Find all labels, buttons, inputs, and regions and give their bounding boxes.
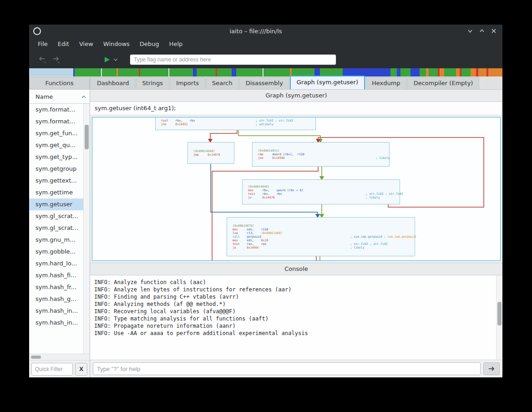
forward-button[interactable] [50, 54, 62, 65]
menu-help[interactable]: Help [164, 37, 188, 51]
seek-segment [420, 68, 426, 76]
tab-strings[interactable]: Strings [136, 77, 170, 89]
function-list-item[interactable]: sym.getgroup [29, 163, 84, 175]
minimize-button[interactable] [467, 28, 473, 34]
back-button[interactable] [36, 54, 48, 65]
graph-block-2[interactable]: [0x00014951]cmp dword [rbx], r12djne 0x1… [252, 142, 390, 167]
close-button[interactable] [491, 28, 497, 34]
graph-panel-header: Graph (sym.getuser) [90, 90, 502, 102]
block-address: [0x00014940] [193, 149, 215, 153]
seek-segment [410, 68, 420, 76]
console-line: INFO: Propagate noreturn information (aa… [94, 322, 493, 330]
tab-imports[interactable]: Imports [170, 77, 205, 89]
functions-hscrollbar-thumb[interactable] [31, 356, 41, 359]
seek-segment [471, 68, 476, 76]
function-list-item[interactable]: sym.gl_scrat... [29, 222, 84, 234]
menu-edit[interactable]: Edit [53, 37, 74, 51]
menu-file[interactable]: File [33, 37, 53, 51]
seek-segment [232, 68, 236, 76]
function-list-item[interactable]: sym.gobble... [29, 246, 84, 258]
function-list-item[interactable]: sym.hash_g... [29, 293, 84, 305]
disasm-line: jmp 0x14978 [193, 153, 228, 157]
function-signature: sym.getuser (int64_t arg1); [90, 102, 502, 115]
window-title: iaito – file:///bin/ls [45, 28, 467, 35]
menu-windows[interactable]: Windows [98, 37, 135, 51]
disasm-line: test rbx, rbx ; str.7zXZ ; str.7zXZ [161, 119, 310, 122]
disasm-line: lea r13, [0x00021db8] [233, 231, 409, 235]
functions-scrollbar-thumb[interactable] [85, 125, 89, 149]
maximize-button[interactable] [479, 28, 485, 34]
seek-segment [461, 68, 471, 76]
console-submit-button[interactable] [483, 362, 500, 375]
function-list-item[interactable]: sym.getuser [29, 198, 84, 210]
seek-segment [263, 68, 290, 76]
menu-view[interactable]: View [74, 37, 98, 51]
app-window: iaito – file:///bin/ls FileEditViewWindo… [29, 25, 502, 377]
function-list-item[interactable]: sym.hash_in... [29, 317, 84, 329]
graph-block-3[interactable]: [0x00014948]mov rbx, qword [rbx + 8]test… [242, 179, 400, 204]
function-list-item[interactable]: sym.gnu_m... [29, 234, 84, 246]
console-input-row [90, 360, 502, 377]
tab-disassembly[interactable]: Disassembly [239, 77, 289, 89]
function-list-item[interactable]: sym.gettext... [29, 175, 84, 187]
seek-segment [217, 68, 232, 76]
function-list-item[interactable]: sym.gettime [29, 187, 84, 198]
function-list-item[interactable]: sym.get_fun... [29, 127, 84, 139]
graph-block-0[interactable]: test rbx, rbx ; str.7zXZ ; str.7zXZjne 0… [155, 117, 316, 130]
tool-bar [29, 51, 502, 68]
seek-bar[interactable] [29, 68, 502, 76]
continue-button[interactable] [104, 56, 111, 63]
functions-panel: Functions Name sym.format...sym.format..… [29, 76, 90, 377]
function-list-item[interactable]: sym.get_qu... [29, 139, 84, 151]
seek-segment [193, 68, 197, 76]
console-panel-header: Console [90, 263, 502, 275]
functions-tabbar: Functions [29, 76, 90, 90]
seek-segment [440, 68, 444, 76]
seek-segment [429, 68, 438, 76]
tab-graph-sym-getuser[interactable]: Graph (sym.getuser) [290, 76, 365, 89]
menu-debug[interactable]: Debug [135, 37, 164, 51]
graph-canvas[interactable]: test rbx, rbx ; str.7zXZ ; str.7zXZjne 0… [92, 117, 501, 261]
title-bar[interactable]: iaito – file:///bin/ls [29, 25, 502, 37]
debug-dropdown-chevron-icon[interactable] [113, 58, 118, 61]
disasm-line: call getpwuid ; sym.imp.getpwuid ; sym.i… [233, 235, 409, 239]
console-line: INFO: Analyze len bytes of instructions … [94, 286, 493, 293]
disasm-line: je 0x1499c ; likely [233, 246, 409, 249]
seek-segment [140, 68, 168, 76]
seek-segment [478, 68, 486, 76]
seek-segment [400, 68, 410, 76]
console-scrollbar-thumb[interactable] [497, 302, 502, 326]
console-line: INFO: Analyzing methods (af @@ method.*) [94, 300, 493, 308]
tab-hexdump[interactable]: Hexdump [365, 77, 407, 89]
quick-filter-row: X [29, 360, 90, 377]
tab-search[interactable]: Search [206, 77, 239, 89]
function-list-item[interactable]: sym.format... [29, 116, 84, 127]
function-list-item[interactable]: sym.format... [29, 104, 84, 116]
function-list-item[interactable]: sym.hard_lo... [29, 258, 84, 270]
graph-block-4[interactable]: [0x00014978]mov edi, r12dlea r13, [0x000… [227, 217, 415, 256]
seek-segment [397, 68, 400, 76]
functions-name-header[interactable]: Name [29, 90, 90, 104]
clear-filter-button[interactable]: X [75, 363, 87, 376]
function-list-item[interactable]: sym.hash_fr... [29, 281, 84, 293]
seek-segment [29, 68, 73, 76]
function-list-item[interactable]: sym.get_typ... [29, 151, 84, 163]
function-list-item[interactable]: sym.gl_scrat... [29, 210, 84, 222]
seek-input[interactable] [130, 54, 336, 65]
graph-block-1[interactable]: [0x00014940]jmp 0x14978 [187, 142, 234, 164]
main-tabbar: DashboardStringsImportsSearchDisassembly… [90, 76, 502, 90]
function-list-item[interactable]: sym.hash_fi... [29, 270, 84, 281]
function-list-item[interactable]: sym.hash_in... [29, 305, 84, 317]
disasm-line: jne 0x14948 ; likely [258, 156, 384, 160]
tab-dashboard[interactable]: Dashboard [91, 77, 136, 89]
function-list: sym.format...sym.format...sym.get_fun...… [29, 104, 90, 354]
tab-functions[interactable]: Functions [29, 77, 90, 89]
tab-decompiler-empty[interactable]: Decompiler (Empty) [407, 77, 480, 89]
console-line: INFO: Use -AA or aaaa to perform additio… [94, 330, 493, 337]
console-command-input[interactable] [93, 362, 481, 375]
disasm-line: je 0x14970 ; likely [248, 196, 394, 199]
seek-segment [75, 68, 101, 76]
quick-filter-input[interactable] [31, 363, 73, 376]
name-column-label: Name [35, 93, 53, 100]
seek-segment [236, 68, 263, 76]
